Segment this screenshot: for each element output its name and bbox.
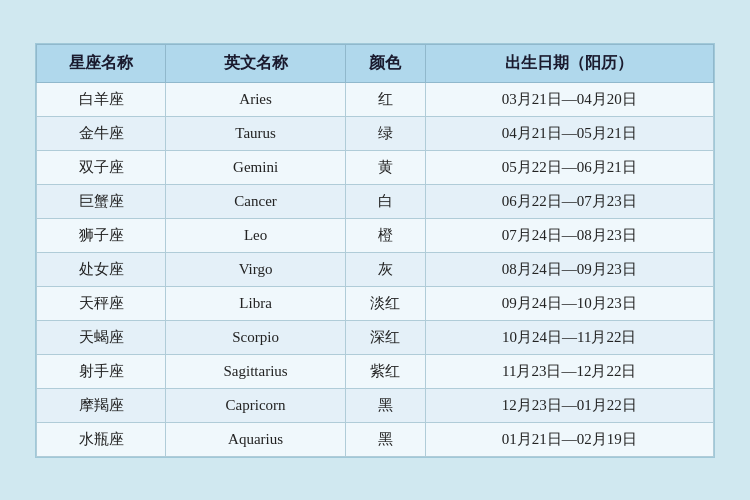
cell-color: 绿 [345, 116, 425, 150]
cell-color: 灰 [345, 252, 425, 286]
table-row: 摩羯座Capricorn黑12月23日—01月22日 [37, 388, 714, 422]
zodiac-table-container: 星座名称 英文名称 颜色 出生日期（阳历） 白羊座Aries红03月21日—04… [35, 43, 715, 458]
cell-date: 03月21日—04月20日 [425, 82, 713, 116]
table-row: 狮子座Leo橙07月24日—08月23日 [37, 218, 714, 252]
cell-date: 10月24日—11月22日 [425, 320, 713, 354]
table-row: 射手座Sagittarius紫红11月23日—12月22日 [37, 354, 714, 388]
cell-english: Gemini [166, 150, 345, 184]
cell-english: Sagittarius [166, 354, 345, 388]
cell-english: Taurus [166, 116, 345, 150]
cell-english: Aries [166, 82, 345, 116]
header-chinese: 星座名称 [37, 44, 166, 82]
cell-chinese: 天秤座 [37, 286, 166, 320]
table-row: 水瓶座Aquarius黑01月21日—02月19日 [37, 422, 714, 456]
table-row: 双子座Gemini黄05月22日—06月21日 [37, 150, 714, 184]
cell-date: 09月24日—10月23日 [425, 286, 713, 320]
cell-date: 07月24日—08月23日 [425, 218, 713, 252]
cell-chinese: 巨蟹座 [37, 184, 166, 218]
cell-english: Libra [166, 286, 345, 320]
cell-date: 01月21日—02月19日 [425, 422, 713, 456]
table-row: 巨蟹座Cancer白06月22日—07月23日 [37, 184, 714, 218]
cell-color: 黑 [345, 422, 425, 456]
cell-english: Virgo [166, 252, 345, 286]
table-row: 金牛座Taurus绿04月21日—05月21日 [37, 116, 714, 150]
table-row: 白羊座Aries红03月21日—04月20日 [37, 82, 714, 116]
cell-chinese: 水瓶座 [37, 422, 166, 456]
cell-english: Cancer [166, 184, 345, 218]
cell-chinese: 射手座 [37, 354, 166, 388]
cell-date: 05月22日—06月21日 [425, 150, 713, 184]
cell-chinese: 双子座 [37, 150, 166, 184]
cell-color: 黑 [345, 388, 425, 422]
cell-date: 11月23日—12月22日 [425, 354, 713, 388]
header-english: 英文名称 [166, 44, 345, 82]
table-row: 天秤座Libra淡红09月24日—10月23日 [37, 286, 714, 320]
cell-date: 06月22日—07月23日 [425, 184, 713, 218]
cell-chinese: 金牛座 [37, 116, 166, 150]
cell-color: 白 [345, 184, 425, 218]
cell-english: Leo [166, 218, 345, 252]
cell-english: Capricorn [166, 388, 345, 422]
cell-chinese: 摩羯座 [37, 388, 166, 422]
cell-color: 橙 [345, 218, 425, 252]
cell-color: 紫红 [345, 354, 425, 388]
zodiac-table: 星座名称 英文名称 颜色 出生日期（阳历） 白羊座Aries红03月21日—04… [36, 44, 714, 457]
cell-date: 04月21日—05月21日 [425, 116, 713, 150]
cell-english: Aquarius [166, 422, 345, 456]
cell-chinese: 天蝎座 [37, 320, 166, 354]
cell-color: 淡红 [345, 286, 425, 320]
header-color: 颜色 [345, 44, 425, 82]
cell-color: 红 [345, 82, 425, 116]
cell-chinese: 白羊座 [37, 82, 166, 116]
table-row: 天蝎座Scorpio深红10月24日—11月22日 [37, 320, 714, 354]
cell-date: 12月23日—01月22日 [425, 388, 713, 422]
cell-english: Scorpio [166, 320, 345, 354]
cell-color: 深红 [345, 320, 425, 354]
header-date: 出生日期（阳历） [425, 44, 713, 82]
cell-date: 08月24日—09月23日 [425, 252, 713, 286]
cell-chinese: 狮子座 [37, 218, 166, 252]
table-row: 处女座Virgo灰08月24日—09月23日 [37, 252, 714, 286]
cell-color: 黄 [345, 150, 425, 184]
cell-chinese: 处女座 [37, 252, 166, 286]
table-header-row: 星座名称 英文名称 颜色 出生日期（阳历） [37, 44, 714, 82]
